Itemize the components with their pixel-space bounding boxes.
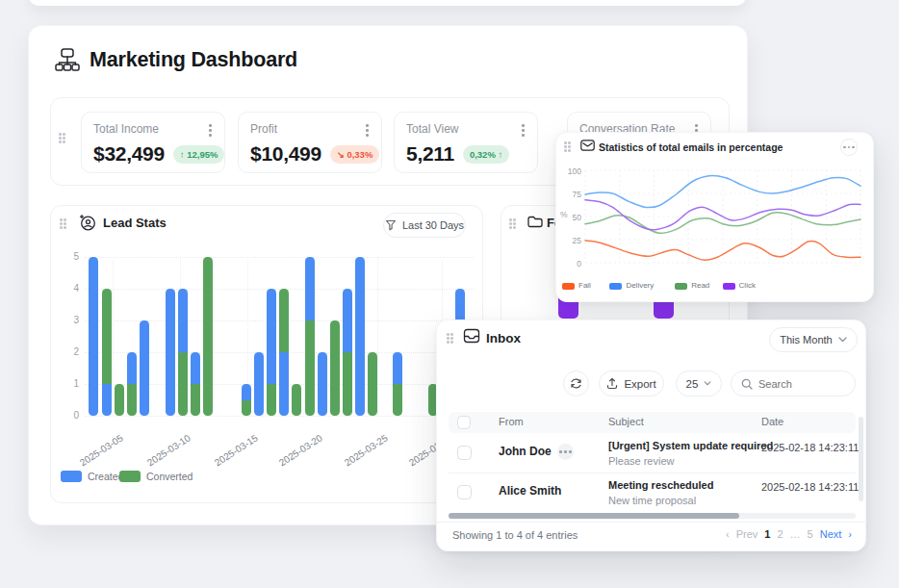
pagination-item-2[interactable]: 2 [777, 528, 783, 540]
row-date: 2025-02-18 14:23:11 [761, 481, 859, 493]
lead-bar-segment-created [127, 352, 137, 384]
lead-bar [89, 257, 98, 416]
lead-bar-segment-converted [115, 384, 124, 416]
folder-panel-drag-handle[interactable] [509, 218, 517, 230]
vertical-scrollbar[interactable] [859, 417, 863, 501]
stat-card: Profit$10,499↘ 0,33% [238, 112, 382, 173]
email-line-chart [574, 161, 868, 270]
lead-bar-segment-converted [330, 320, 340, 416]
search-box[interactable] [731, 371, 856, 396]
page-size-dropdown[interactable]: 25 [676, 371, 722, 396]
stat-card-badge: ↘ 0,33% [330, 145, 380, 164]
export-button[interactable]: Export [599, 371, 664, 396]
lead-stats-icon [78, 213, 97, 232]
lead-bar [242, 384, 251, 416]
stat-card: Total View5,2110,32% ↑ [394, 112, 538, 173]
lead-y-tick: 3 [56, 315, 79, 325]
email-legend-swatch-fail [562, 283, 575, 290]
select-all-checkbox[interactable] [457, 416, 471, 429]
lead-bar-segment-created [102, 384, 112, 416]
email-stats-panel: Statistics of total emails in percentage… [555, 132, 874, 302]
search-icon [741, 378, 753, 390]
inbox-period-value: This Month [780, 334, 832, 345]
stat-card-badge: 0,32% ↑ [463, 145, 509, 164]
row-subject: Meeting rescheduled [608, 479, 713, 491]
page: { "header": { "title": "Marketing Dashbo… [0, 0, 899, 588]
horizontal-scrollbar-thumb[interactable] [449, 513, 739, 519]
row-preview: New time proposal [608, 495, 696, 506]
row-checkbox[interactable] [457, 485, 472, 499]
lead-bar [203, 257, 213, 416]
row-subject: [Urgent] System update required [608, 440, 773, 451]
lead-bar [178, 289, 188, 416]
lead-bar-segment-converted [127, 384, 137, 416]
row-date: 2025-02-18 14:23:11 [761, 442, 859, 453]
inbox-entries-summary: Showing 1 to 4 of 4 entries [452, 529, 578, 541]
lead-y-tick: 1 [56, 378, 79, 389]
sitemap-icon [54, 46, 81, 73]
envelope-icon [580, 140, 595, 151]
lead-stats-panel: Lead Stats Last 30 Days Created Converte… [50, 205, 483, 503]
lead-bar-segment-created [267, 289, 276, 384]
lead-bar [330, 320, 340, 416]
lead-bar [368, 352, 377, 416]
email-legend-label-read: Read [691, 281, 709, 290]
pagination-item-5[interactable]: 5 [808, 528, 813, 540]
lead-stats-drag-handle[interactable] [60, 218, 67, 230]
lead-bar-segment-created [343, 289, 352, 352]
lead-stats-title: Lead Stats [103, 216, 167, 230]
stats-row-drag-handle[interactable] [59, 133, 66, 144]
email-stats-drag-handle[interactable] [564, 141, 572, 153]
lead-y-tick: 5 [56, 251, 79, 262]
lead-bar-segment-created [166, 289, 175, 416]
lead-bar [254, 352, 264, 416]
card-menu-icon[interactable] [520, 122, 527, 139]
lead-y-tick: 0 [56, 410, 79, 421]
lead-bar [305, 257, 315, 416]
pagination-item-[interactable]: … [790, 528, 801, 540]
lead-x-tick: 2025-03-25 [324, 432, 390, 480]
row-checkbox[interactable] [457, 446, 472, 460]
pagination-item-Next[interactable]: Next [820, 528, 842, 540]
card-menu-icon[interactable] [364, 122, 371, 139]
pagination-item-Prev[interactable]: Prev [736, 528, 758, 540]
inbox-drag-handle[interactable] [447, 333, 454, 345]
lead-bar-segment-created [140, 320, 149, 416]
lead-bar [318, 352, 327, 416]
lead-bar-segment-created [254, 352, 264, 416]
inbox-period-dropdown[interactable]: This Month [769, 327, 858, 352]
chevron-down-icon [704, 381, 711, 386]
row-more-badge[interactable] [557, 444, 574, 460]
stat-card-title: Profit [250, 122, 370, 136]
legend-label-converted: Converted [146, 471, 193, 482]
lead-bar-segment-converted [393, 384, 402, 416]
email-stats-menu-button[interactable] [840, 139, 858, 156]
lead-bar-segment-converted [305, 320, 315, 416]
inbox-table-row[interactable]: John Doe[Urgent] System update requiredP… [449, 433, 856, 473]
row-from: John Doe [499, 445, 552, 458]
email-legend-label-delivery: Delivery [626, 281, 654, 290]
card-menu-icon[interactable] [207, 122, 214, 139]
search-input[interactable] [758, 378, 845, 390]
lead-gridline-v [113, 257, 114, 416]
stat-card-title: Total View [406, 122, 526, 136]
lead-stats-filter-button[interactable]: Last 30 Days [383, 213, 466, 238]
pagination-item-[interactable]: › [848, 528, 852, 540]
lead-bar [191, 352, 200, 416]
lead-gridline-h [85, 416, 474, 417]
top-card-edge [29, 0, 746, 6]
lead-gridline-h [85, 257, 474, 258]
stat-card-value-row: $32,499↑ 12,95% [93, 142, 213, 166]
column-header-from: From [499, 416, 524, 427]
lead-bar-segment-converted [102, 289, 112, 384]
pagination-item-1[interactable]: 1 [764, 528, 770, 540]
export-icon [606, 377, 618, 390]
inbox-pagination: ‹Prev12…5Next› [726, 528, 852, 540]
inbox-table-row[interactable]: Alice SmithMeeting rescheduledNew time p… [449, 473, 856, 512]
lead-bar-segment-converted [368, 352, 377, 416]
pagination-item-[interactable]: ‹ [726, 528, 730, 540]
page-title: Marketing Dashboard [90, 48, 297, 72]
refresh-button[interactable] [563, 371, 589, 396]
lead-bar-segment-created [305, 257, 315, 320]
lead-bar-segment-converted [178, 352, 188, 416]
